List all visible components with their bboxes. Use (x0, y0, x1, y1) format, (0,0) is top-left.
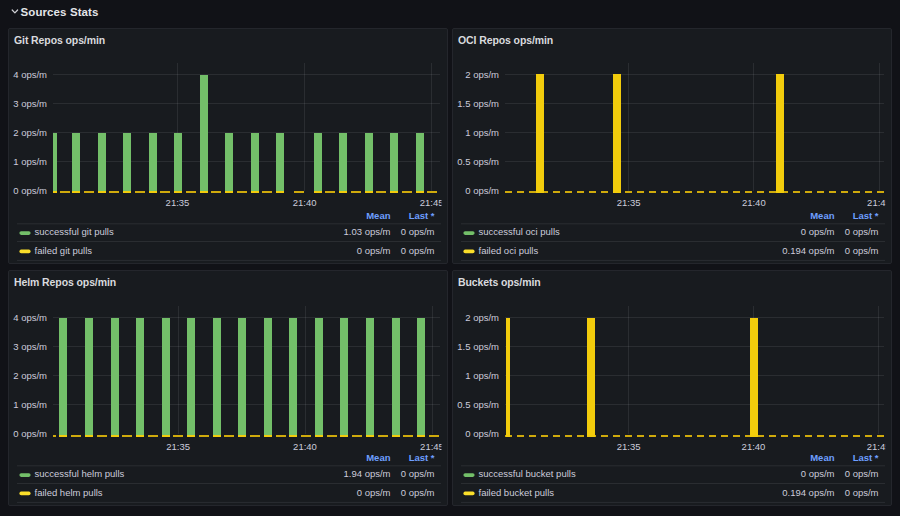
svg-text:successful oci pulls: successful oci pulls (479, 226, 561, 237)
svg-text:failed helm pulls: failed helm pulls (35, 487, 103, 498)
svg-text:Last *: Last * (409, 452, 435, 463)
svg-text:failed oci pulls: failed oci pulls (479, 245, 539, 256)
svg-text:failed git pulls: failed git pulls (35, 245, 93, 256)
svg-text:0 ops/m: 0 ops/m (401, 245, 435, 256)
svg-text:successful git pulls: successful git pulls (35, 226, 114, 237)
svg-text:Mean: Mean (810, 452, 834, 463)
svg-text:0 ops/m: 0 ops/m (845, 226, 879, 237)
svg-text:0 ops/m: 0 ops/m (845, 468, 879, 479)
svg-text:Last *: Last * (853, 452, 879, 463)
svg-text:0 ops/m: 0 ops/m (845, 487, 879, 498)
svg-text:Mean: Mean (810, 210, 834, 221)
svg-text:Last *: Last * (853, 210, 879, 221)
svg-text:0.194 ops/m: 0.194 ops/m (782, 487, 834, 498)
svg-text:0 ops/m: 0 ops/m (357, 245, 391, 256)
svg-text:0 ops/m: 0 ops/m (801, 468, 835, 479)
svg-text:Mean: Mean (366, 452, 390, 463)
svg-text:failed bucket pulls: failed bucket pulls (479, 487, 555, 498)
svg-text:1.94 ops/m: 1.94 ops/m (344, 468, 391, 479)
svg-text:0 ops/m: 0 ops/m (401, 468, 435, 479)
svg-text:successful bucket pulls: successful bucket pulls (479, 468, 576, 479)
svg-text:0 ops/m: 0 ops/m (801, 226, 835, 237)
svg-text:0 ops/m: 0 ops/m (357, 487, 391, 498)
svg-text:1.03 ops/m: 1.03 ops/m (344, 226, 391, 237)
svg-text:Mean: Mean (366, 210, 390, 221)
svg-text:successful helm pulls: successful helm pulls (35, 468, 125, 479)
svg-text:0 ops/m: 0 ops/m (401, 226, 435, 237)
svg-text:Last *: Last * (409, 210, 435, 221)
svg-text:0 ops/m: 0 ops/m (845, 245, 879, 256)
svg-text:0 ops/m: 0 ops/m (401, 487, 435, 498)
svg-text:0.194 ops/m: 0.194 ops/m (782, 245, 834, 256)
